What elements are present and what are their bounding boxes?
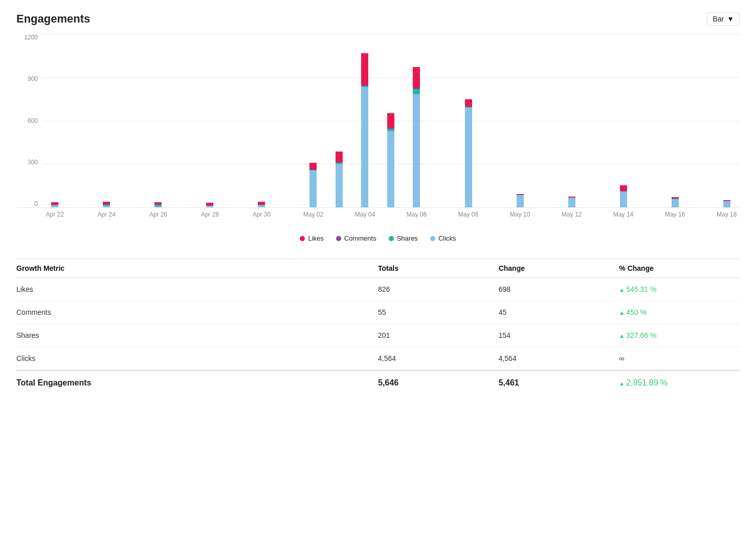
metric-likes: Likes: [16, 285, 378, 293]
comments-dot: [336, 236, 341, 241]
x-label: [326, 211, 352, 218]
x-label: [378, 211, 404, 218]
bar-clicks: [387, 131, 394, 207]
table-header: Growth Metric Totals Change % Change: [16, 259, 740, 278]
bar-clicks: [672, 199, 679, 207]
legend-comments: Comments: [336, 234, 376, 242]
bar-stack: [154, 202, 162, 207]
bar-group: [94, 34, 120, 207]
bar-clicks: [154, 206, 162, 207]
bar-group: [404, 34, 430, 207]
shares-dot: [389, 236, 394, 241]
bar-group: [171, 34, 197, 207]
bar-stack: [672, 197, 679, 207]
bar-group: [481, 34, 507, 207]
bar-group: [610, 34, 636, 207]
bar-group: [662, 34, 688, 207]
col-change: Change: [499, 264, 619, 272]
chart-legend: Likes Comments Shares Clicks: [16, 234, 740, 242]
bar-clicks: [309, 170, 317, 207]
change-comments: 45: [499, 308, 619, 316]
bar-group: [430, 34, 456, 207]
x-label: May 16: [662, 211, 688, 218]
total-likes: 826: [378, 285, 499, 293]
y-label-1200: 1200: [24, 34, 38, 41]
bar-group: [378, 34, 404, 207]
total-totals: 5,646: [378, 378, 499, 388]
x-label: May 02: [300, 211, 326, 218]
bars-area: [42, 34, 740, 207]
total-clicks: 4,564: [378, 354, 499, 362]
bar-likes: [465, 99, 472, 107]
x-label: [120, 211, 146, 218]
bar-shares: [413, 89, 420, 94]
bar-stack: [387, 113, 394, 207]
bar-group: [249, 34, 275, 207]
pct-likes: 545.31 %: [619, 285, 740, 293]
x-label: May 12: [559, 211, 585, 218]
pct-comments: 450 %: [619, 308, 740, 316]
x-label: [171, 211, 197, 218]
x-label: Apr 28: [197, 211, 223, 218]
x-label: [585, 211, 611, 218]
bar-group: [559, 34, 585, 207]
page-title: Engagements: [16, 12, 90, 26]
col-totals: Totals: [378, 264, 499, 272]
table-row: Shares 201 154 327.66 %: [16, 324, 740, 347]
bar-group: [714, 34, 740, 207]
bar-clicks: [517, 195, 524, 207]
bar-stack: [620, 185, 627, 207]
total-label: Total Engagements: [16, 378, 378, 388]
total-engagements-row: Total Engagements 5,646 5,461 2,951.89 %: [16, 370, 740, 395]
bar-stack: [258, 202, 265, 207]
table-row: Clicks 4,564 4,564 ∞: [16, 347, 740, 370]
bar-group: [197, 34, 223, 207]
bar-clicks: [103, 206, 110, 207]
grid-line-0: [42, 207, 740, 208]
x-label: [430, 211, 456, 218]
bar-stack: [413, 67, 420, 207]
bar-group: [145, 34, 171, 207]
chart-type-label: Bar: [713, 15, 724, 23]
change-shares: 154: [499, 331, 619, 339]
x-label: Apr 24: [94, 211, 120, 218]
x-label: Apr 30: [249, 211, 275, 218]
legend-shares: Shares: [389, 234, 418, 242]
bar-stack: [206, 203, 213, 207]
bar-group: [636, 34, 662, 207]
bar-stack: [309, 163, 317, 207]
table-row: Comments 55 45 450 %: [16, 301, 740, 324]
chart-type-dropdown[interactable]: Bar ▼: [707, 12, 740, 26]
bar-clicks: [361, 87, 368, 207]
x-label: May 10: [507, 211, 533, 218]
bar-clicks: [620, 191, 627, 207]
metric-comments: Comments: [16, 308, 378, 316]
bar-group: [533, 34, 559, 207]
x-label: May 14: [610, 211, 636, 218]
bar-group: [120, 34, 146, 207]
comments-label: Comments: [344, 234, 376, 242]
x-label: [636, 211, 662, 218]
bar-group: [455, 34, 481, 207]
bar-group: [585, 34, 611, 207]
table-row: Likes 826 698 545.31 %: [16, 278, 740, 301]
bar-group: [300, 34, 326, 207]
x-label: May 04: [352, 211, 378, 218]
y-axis: 1200 900 600 300 0: [16, 34, 42, 207]
x-label: May 06: [404, 211, 430, 218]
bar-likes: [309, 163, 317, 169]
bar-group: [275, 34, 301, 207]
legend-clicks: Clicks: [430, 234, 456, 242]
chart-container: 1200 900 600 300 0 Apr 22Apr 24Apr 26Apr…: [16, 34, 740, 228]
pct-shares: 327.66 %: [619, 331, 740, 339]
legend-likes: Likes: [300, 234, 323, 242]
x-label: [688, 211, 714, 218]
x-label: [275, 211, 301, 218]
bar-stack: [723, 200, 730, 207]
bar-clicks: [258, 205, 265, 207]
pct-clicks: ∞: [619, 354, 740, 362]
change-likes: 698: [499, 285, 619, 293]
bar-likes: [387, 113, 394, 128]
bar-stack: [361, 53, 368, 207]
bar-group: [42, 34, 68, 207]
